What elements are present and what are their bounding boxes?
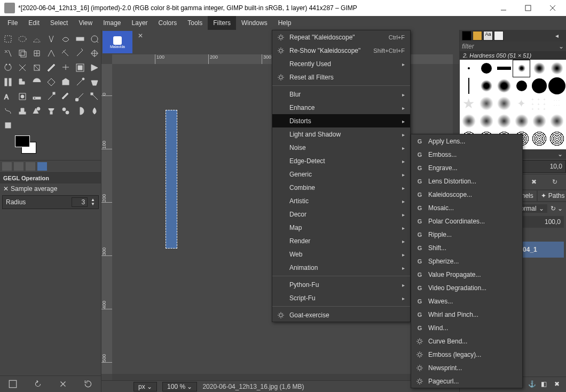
tool-icon[interactable] xyxy=(44,90,58,103)
tool-icon[interactable]: A xyxy=(1,90,15,103)
tool-icon[interactable] xyxy=(59,32,73,46)
menu-item[interactable]: Artistic xyxy=(272,194,410,207)
brush-filter-row[interactable]: filter ⌄ xyxy=(460,42,566,51)
menu-item[interactable]: Reset all Filters xyxy=(272,70,410,84)
color-swatches[interactable] xyxy=(15,135,41,157)
tool-icon[interactable] xyxy=(30,104,44,118)
menu-item[interactable]: Emboss (legacy)... xyxy=(411,348,522,361)
tool-icon[interactable] xyxy=(1,61,15,75)
tool-icon[interactable] xyxy=(88,46,101,60)
tool-icon[interactable] xyxy=(15,90,29,103)
tool-icon[interactable] xyxy=(73,90,87,103)
selection-marquee[interactable] xyxy=(166,110,177,249)
tab-history-icon[interactable] xyxy=(494,31,504,41)
menu-item[interactable]: Edge-Detect xyxy=(272,154,410,167)
tool-icon[interactable] xyxy=(15,104,29,118)
menu-item[interactable]: Python-Fu xyxy=(272,278,410,291)
menu-item[interactable]: Pagecurl... xyxy=(411,374,522,388)
chevron-down-icon[interactable]: ⌄ xyxy=(559,43,564,50)
tool-icon[interactable] xyxy=(1,32,15,46)
tool-icon[interactable] xyxy=(88,90,101,103)
refresh-brush-icon[interactable]: ↻ xyxy=(550,178,560,186)
tab-brushes-icon[interactable] xyxy=(473,31,482,41)
menu-item[interactable]: GValue Propagate... xyxy=(411,268,522,281)
menu-item[interactable]: Distorts xyxy=(272,114,410,127)
menu-view[interactable]: View xyxy=(73,16,98,30)
tool-icon[interactable] xyxy=(30,61,44,75)
brush-cell[interactable] xyxy=(495,113,513,130)
brush-cell[interactable] xyxy=(495,95,513,113)
menu-item[interactable]: Recently Used xyxy=(272,57,410,70)
tool-icon[interactable] xyxy=(30,90,44,103)
tool-icon[interactable] xyxy=(44,104,58,118)
brush-cell[interactable] xyxy=(460,60,477,77)
tool-icon[interactable] xyxy=(44,75,58,89)
brush-cell[interactable] xyxy=(530,77,548,95)
menu-item[interactable]: GWaves... xyxy=(411,294,522,308)
tool-icon[interactable] xyxy=(44,32,58,46)
delete-layer-icon[interactable]: ✖ xyxy=(554,380,563,389)
menu-item[interactable]: Generic xyxy=(272,167,410,181)
close-icon[interactable]: ✕ xyxy=(3,185,9,193)
brush-cell[interactable] xyxy=(548,60,565,77)
stepper-icon[interactable]: ▲▼ xyxy=(91,198,95,206)
brush-cell[interactable] xyxy=(460,77,477,95)
mask-icon[interactable]: ◧ xyxy=(541,380,549,389)
tool-icon[interactable] xyxy=(15,46,29,60)
ruler-vertical[interactable]: 0100200300400500 xyxy=(101,64,112,374)
menu-item[interactable]: Noise xyxy=(272,141,410,154)
menu-item[interactable]: Light and Shadow xyxy=(272,127,410,141)
scrollbar-horizontal[interactable] xyxy=(112,374,453,380)
menu-item[interactable]: Blur xyxy=(272,87,410,101)
tool-icon[interactable] xyxy=(88,104,101,118)
menu-item[interactable]: Decor xyxy=(272,207,410,221)
menu-item[interactable]: GLens Distortion... xyxy=(411,174,522,188)
brush-cell[interactable]: · · ·· · · xyxy=(548,95,565,113)
tab-icon[interactable] xyxy=(2,162,12,171)
menu-item[interactable]: Script-Fu xyxy=(272,291,410,305)
menu-tools[interactable]: Tools xyxy=(182,16,208,30)
chevron-down-icon[interactable]: ⌄ xyxy=(557,150,563,158)
brush-cell[interactable] xyxy=(513,77,530,95)
brush-cell[interactable] xyxy=(530,60,548,77)
menu-item[interactable]: Re-Show "Kaleidoscope"Shift+Ctrl+F xyxy=(272,44,410,57)
tool-icon[interactable] xyxy=(73,46,87,60)
brush-cell[interactable] xyxy=(513,60,530,77)
menu-select[interactable]: Select xyxy=(45,16,73,30)
brush-cell[interactable] xyxy=(495,60,513,77)
menu-item[interactable]: GShift... xyxy=(411,241,522,254)
unit-select[interactable]: px ⌄ xyxy=(133,382,157,391)
menu-item[interactable]: Map xyxy=(272,221,410,234)
menu-image[interactable]: Image xyxy=(98,16,126,30)
tool-icon[interactable] xyxy=(59,75,73,89)
menu-file[interactable]: File xyxy=(2,16,23,30)
menu-item[interactable]: Goat-exercise xyxy=(272,308,410,322)
tool-icon[interactable] xyxy=(73,75,87,89)
tool-icon[interactable] xyxy=(30,75,44,89)
reset-icon[interactable] xyxy=(83,379,93,389)
tool-icon[interactable] xyxy=(15,61,29,75)
menu-item[interactable]: Web xyxy=(272,247,410,261)
tool-icon[interactable] xyxy=(44,46,58,60)
tool-icon[interactable] xyxy=(30,46,44,60)
tool-icon[interactable] xyxy=(30,32,44,46)
menu-item[interactable]: GMosaic... xyxy=(411,201,522,214)
menu-edit[interactable]: Edit xyxy=(23,16,45,30)
brush-cell[interactable] xyxy=(477,113,495,130)
tool-icon[interactable] xyxy=(88,61,101,75)
minimize-button[interactable] xyxy=(491,0,516,16)
menu-item[interactable]: GApply Lens... xyxy=(411,134,522,148)
menu-item[interactable]: GPolar Coordinates... xyxy=(411,214,522,228)
menu-item[interactable]: GVideo Degradation... xyxy=(411,281,522,294)
tab-fonts-icon[interactable]: Aa xyxy=(483,31,493,41)
tool-icon[interactable] xyxy=(59,46,73,60)
menu-item[interactable]: Animation xyxy=(272,261,410,274)
brush-cell[interactable]: + + ++ + ++ + + xyxy=(530,95,548,113)
tab-icon[interactable] xyxy=(26,162,35,171)
tab-icon[interactable] xyxy=(14,162,23,171)
brush-cell[interactable] xyxy=(477,60,495,77)
spacing-value[interactable]: 10,0 xyxy=(550,163,562,170)
close-button[interactable] xyxy=(540,0,565,16)
save-preset-icon[interactable] xyxy=(8,379,18,389)
brush-cell[interactable] xyxy=(460,113,477,130)
